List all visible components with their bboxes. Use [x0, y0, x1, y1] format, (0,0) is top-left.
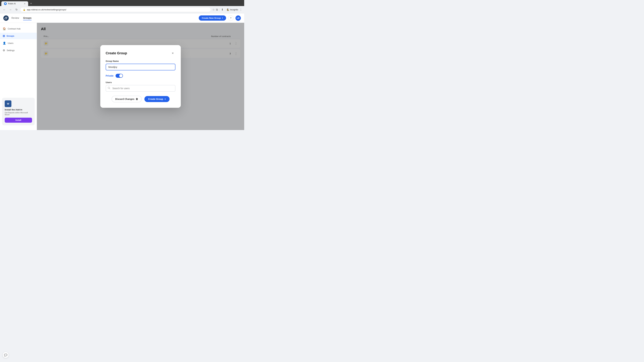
main-content: All Priv... Number of contracts 📁 1 ⋮ 📁: [37, 23, 244, 130]
create-plus-icon: +: [164, 98, 166, 100]
tab-favicon: [4, 2, 7, 5]
group-name-input[interactable]: [106, 64, 176, 70]
new-tab-button[interactable]: +: [29, 1, 33, 6]
discard-changes-button[interactable]: Discard Changes 🗑: [112, 96, 142, 102]
groups-icon: ⊞: [3, 34, 5, 37]
incognito-badge: 🕵 Incognito: [227, 8, 238, 11]
discard-icon: 🗑: [136, 98, 138, 100]
discard-label: Discard Changes: [115, 98, 134, 100]
sidebar-contract-hub-label: Contract Hub: [8, 27, 21, 30]
create-new-group-label: Create New Group: [202, 17, 221, 19]
create-new-group-plus-icon: +: [222, 17, 223, 19]
create-new-group-button[interactable]: Create New Group +: [199, 15, 226, 21]
users-field: Users: [106, 81, 176, 92]
address-bar[interactable]: 🔒 app.robinai.co.uk/review/settings/grou…: [20, 7, 211, 12]
addon-description: Get Reports within Microsoft Word!: [5, 112, 32, 116]
dialog-actions: Discard Changes 🗑 Create Group +: [106, 96, 176, 102]
users-icon: 👤: [3, 41, 6, 45]
sidebar-addon: W Install the Add-in Get Reports within …: [2, 98, 35, 125]
private-toggle-row: Private: [106, 74, 176, 78]
install-button[interactable]: Install: [5, 118, 32, 123]
browser-toolbar: ← → ↻ 🔒 app.robinai.co.uk/review/setting…: [0, 6, 244, 13]
users-label: Users: [106, 81, 176, 84]
nav-groups[interactable]: Groups: [23, 16, 32, 20]
extensions-icon[interactable]: ⧉: [216, 8, 218, 11]
svg-point-0: [3, 15, 9, 21]
search-icon: [108, 87, 110, 90]
create-label: Create Group: [148, 98, 163, 100]
sidebar-item-users[interactable]: 👤 Users: [0, 40, 37, 46]
bookmark-icon[interactable]: ☆: [212, 8, 215, 11]
back-button[interactable]: ←: [2, 7, 7, 12]
dialog-close-button[interactable]: ×: [170, 50, 176, 56]
create-group-button[interactable]: Create Group +: [144, 96, 170, 102]
sidebar-item-contract-hub[interactable]: 🏠 Contract Hub: [0, 25, 37, 32]
create-group-dialog: Create Group × Group Name Private Users: [100, 45, 181, 108]
nav-review[interactable]: Review: [12, 16, 19, 20]
divider2: |: [225, 8, 226, 11]
browser-menu-icon[interactable]: ⋮: [240, 8, 242, 11]
app-header: Review Groups Create New Group + ? LD: [0, 13, 244, 23]
reload-button[interactable]: ↻: [14, 7, 19, 12]
app-nav: Review Groups: [12, 16, 32, 20]
word-icon: W: [5, 100, 12, 107]
incognito-label: Incognito: [230, 8, 238, 11]
search-wrapper: [106, 85, 176, 92]
sidebar-item-settings[interactable]: ⚙ Settings: [0, 47, 37, 54]
divider: |: [219, 8, 220, 11]
active-browser-tab[interactable]: Robin AI ✕: [1, 1, 28, 6]
toggle-thumb: [119, 74, 122, 77]
dialog-title: Create Group: [106, 51, 127, 55]
private-label: Private: [106, 74, 114, 77]
contract-hub-icon: 🏠: [3, 27, 6, 30]
user-avatar[interactable]: LD: [236, 15, 241, 21]
sidebar-settings-label: Settings: [7, 49, 14, 52]
settings-icon: ⚙: [3, 49, 5, 52]
help-button[interactable]: ?: [228, 15, 234, 21]
sidebar: 🏠 Contract Hub ⊞ Groups 👤 Users ⚙ Settin…: [0, 23, 37, 130]
url-text: app.robinai.co.uk/review/settings/groups…: [27, 8, 66, 11]
tab-label: Robin AI: [8, 2, 16, 5]
group-name-label: Group Name: [106, 60, 176, 62]
app-body: 🏠 Contract Hub ⊞ Groups 👤 Users ⚙ Settin…: [0, 23, 244, 130]
svg-point-1: [6, 17, 7, 18]
tab-close-button[interactable]: ✕: [24, 3, 26, 5]
dialog-header: Create Group ×: [106, 50, 176, 56]
browser-tab-bar: Robin AI ✕ +: [0, 0, 244, 6]
download-icon[interactable]: ⬇: [221, 8, 224, 11]
sidebar-groups-label: Groups: [6, 35, 14, 37]
private-toggle[interactable]: [116, 74, 123, 78]
dialog-overlay: Create Group × Group Name Private Users: [37, 23, 244, 130]
users-search-input[interactable]: [106, 85, 176, 92]
forward-button[interactable]: →: [8, 7, 13, 12]
lock-icon: 🔒: [23, 8, 26, 11]
incognito-icon: 🕵: [227, 8, 229, 11]
toolbar-actions: ☆ ⧉ | ⬇ | 🕵 Incognito ⋮: [212, 8, 242, 11]
sidebar-item-groups[interactable]: ⊞ Groups: [0, 33, 37, 39]
group-name-field: Group Name: [106, 60, 176, 70]
app-logo[interactable]: [3, 15, 9, 21]
header-actions: Create New Group + ? LD: [199, 15, 241, 21]
user-initials: LD: [237, 17, 240, 19]
help-icon: ?: [230, 17, 232, 19]
sidebar-users-label: Users: [8, 42, 14, 44]
addon-title: Install the Add-in: [5, 108, 32, 111]
